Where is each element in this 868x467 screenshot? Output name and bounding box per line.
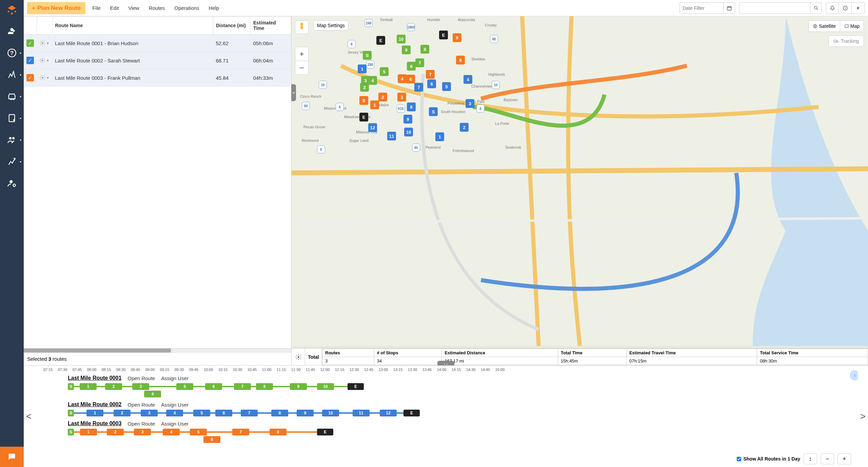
map-stop-marker[interactable]: 6 xyxy=(406,75,415,83)
menu-file[interactable]: File xyxy=(87,2,105,14)
map-stop-marker[interactable]: 10 xyxy=(397,35,406,43)
timeline-expand-vert-button[interactable]: ↕ xyxy=(804,453,817,464)
map-stop-marker[interactable]: S xyxy=(429,107,438,116)
map-stop-marker[interactable]: E xyxy=(439,31,448,39)
open-route-link[interactable]: Open Route xyxy=(127,421,155,427)
map-stop-marker[interactable]: S xyxy=(359,96,368,105)
satellite-toggle[interactable]: Satellite xyxy=(809,21,840,32)
map-stop-marker[interactable]: 1 xyxy=(370,100,379,109)
map-stop-marker[interactable]: 9 xyxy=(402,45,411,54)
timeline-stop[interactable]: S xyxy=(68,383,74,390)
route-checkbox[interactable]: ✓ xyxy=(26,39,34,47)
map-stop-marker[interactable]: 8 xyxy=(420,45,429,54)
map-stop-marker[interactable]: 6 xyxy=(427,79,436,88)
timeline-stop[interactable]: 2 xyxy=(107,429,124,435)
search-input[interactable] xyxy=(739,2,810,14)
timeline-help-icon[interactable]: i xyxy=(850,370,858,380)
map-stop-marker[interactable]: 10 xyxy=(404,128,413,136)
timeline-stop[interactable]: 9 xyxy=(297,410,314,416)
plan-new-route-button[interactable]: +Plan New Route xyxy=(27,2,85,14)
timeline-zoom-in-button[interactable]: + xyxy=(837,453,851,464)
timeline-collapse-button[interactable]: ⌄⌄ xyxy=(437,361,454,366)
timeline-stop[interactable]: 9 xyxy=(290,383,307,390)
bolt-button[interactable] xyxy=(852,2,865,14)
timeline-route-title[interactable]: Last Mile Route 0003 xyxy=(68,421,121,427)
map-toggle[interactable]: Map xyxy=(840,21,864,32)
tracking-button[interactable]: Tracking xyxy=(828,35,864,47)
map-stop-marker[interactable]: 1 xyxy=(435,132,444,141)
map-stop-marker[interactable]: S xyxy=(363,51,372,60)
assign-user-link[interactable]: Assign User xyxy=(161,375,189,381)
menu-routes[interactable]: Routes xyxy=(144,2,170,14)
timeline-zoom-out-button[interactable]: − xyxy=(821,453,834,464)
timeline-stop[interactable]: 12 xyxy=(380,410,397,416)
route-checkbox[interactable]: ✓ xyxy=(26,74,34,81)
timeline-stop[interactable]: 3 xyxy=(141,410,158,416)
map-stop-marker[interactable]: 5 xyxy=(442,82,451,91)
map-stop-marker[interactable]: 7 xyxy=(426,70,435,79)
sidebar-item-help[interactable]: ?▸ xyxy=(0,42,24,64)
map-stop-marker[interactable]: 7 xyxy=(415,58,424,67)
show-all-routes-checkbox[interactable]: Show All Routes in 1 Day xyxy=(737,456,800,462)
timeline-stop[interactable]: E xyxy=(403,410,420,416)
timeline-stop[interactable]: 4 xyxy=(163,429,180,435)
timeline-stop[interactable]: 5 xyxy=(190,429,207,435)
menu-view[interactable]: View xyxy=(123,2,144,14)
assign-user-link[interactable]: Assign User xyxy=(161,421,189,427)
route-row[interactable]: ✓ ▼ Last Mile Route 0001 - Brian Hudson … xyxy=(24,35,291,52)
zoom-in-button[interactable]: + xyxy=(295,47,308,61)
sidebar-item-user-settings[interactable] xyxy=(0,172,24,194)
timeline-stop[interactable]: 7 xyxy=(232,429,249,435)
route-checkbox[interactable]: ✓ xyxy=(26,57,34,64)
help-button[interactable]: ? xyxy=(839,2,852,14)
timeline-stop[interactable]: 1 xyxy=(86,410,103,416)
open-route-link[interactable]: Open Route xyxy=(127,375,155,381)
map-settings-button[interactable]: Map Settings xyxy=(313,20,349,31)
route-gear-menu[interactable]: ▼ xyxy=(39,40,50,46)
map-stop-marker[interactable]: 9 xyxy=(403,115,412,124)
timeline-stop[interactable]: 7 xyxy=(241,410,258,416)
timeline-route-title[interactable]: Last Mile Route 0001 xyxy=(68,375,121,381)
timeline-stop[interactable]: 6 xyxy=(215,410,232,416)
timeline-stop[interactable]: 4 xyxy=(166,410,183,416)
open-route-link[interactable]: Open Route xyxy=(127,402,155,408)
zoom-out-button[interactable]: − xyxy=(295,61,308,74)
sidebar-chat-button[interactable] xyxy=(0,447,24,467)
menu-edit[interactable]: Edit xyxy=(105,2,124,14)
map-stop-marker[interactable]: 9 xyxy=(453,33,461,42)
route-row[interactable]: ✓ ▼ Last Mile Route 0003 - Frank Pullman… xyxy=(24,69,291,87)
timeline-stop[interactable]: 5 xyxy=(176,383,193,390)
map-stop-marker[interactable]: 8 xyxy=(456,56,465,64)
timeline-stop[interactable]: 6 xyxy=(205,383,222,390)
pegman-icon[interactable] xyxy=(295,20,309,34)
timeline-stop[interactable]: 8 xyxy=(256,383,273,390)
timeline-stop[interactable]: 1 xyxy=(80,383,97,390)
sidebar-item-analytics[interactable]: ▸ xyxy=(0,151,24,172)
assign-user-link[interactable]: Assign User xyxy=(161,402,189,408)
sidebar-item-orders[interactable]: ▸ xyxy=(0,86,24,107)
map-stop-marker[interactable]: 4 xyxy=(463,75,472,84)
timeline-stop[interactable]: 10 xyxy=(317,383,334,390)
timeline-stop[interactable]: E xyxy=(317,429,333,435)
map-stop-marker[interactable]: 4 xyxy=(368,76,377,85)
timeline-stop[interactable]: 4 xyxy=(144,391,161,397)
timeline-stop[interactable]: 3 xyxy=(134,429,151,435)
search-button[interactable] xyxy=(810,2,822,14)
horizontal-scrollbar[interactable] xyxy=(24,348,291,352)
timeline-stop[interactable]: 6 xyxy=(203,436,220,443)
map-stop-marker[interactable]: 4 xyxy=(398,74,407,83)
sidebar-item-addressbook[interactable]: ▸ xyxy=(0,107,24,129)
timeline-stop[interactable]: 8 xyxy=(270,429,287,435)
timeline-stop[interactable]: 7 xyxy=(234,383,251,390)
timeline-stop[interactable]: 10 xyxy=(322,410,339,416)
map-stop-marker[interactable]: 3 xyxy=(397,93,406,101)
timeline-stop[interactable]: 5 xyxy=(193,410,210,416)
timeline-next-button[interactable]: > xyxy=(858,366,868,467)
map-stop-marker[interactable]: 6 xyxy=(407,62,416,71)
totals-settings-button[interactable] xyxy=(292,349,305,365)
timeline-stop[interactable]: 3 xyxy=(132,383,149,390)
timeline-stop[interactable]: 8 xyxy=(271,410,288,416)
sidebar-item-add-user[interactable] xyxy=(0,20,24,42)
timeline-prev-button[interactable]: < xyxy=(24,366,34,467)
map-stop-marker[interactable]: 5 xyxy=(380,67,389,76)
